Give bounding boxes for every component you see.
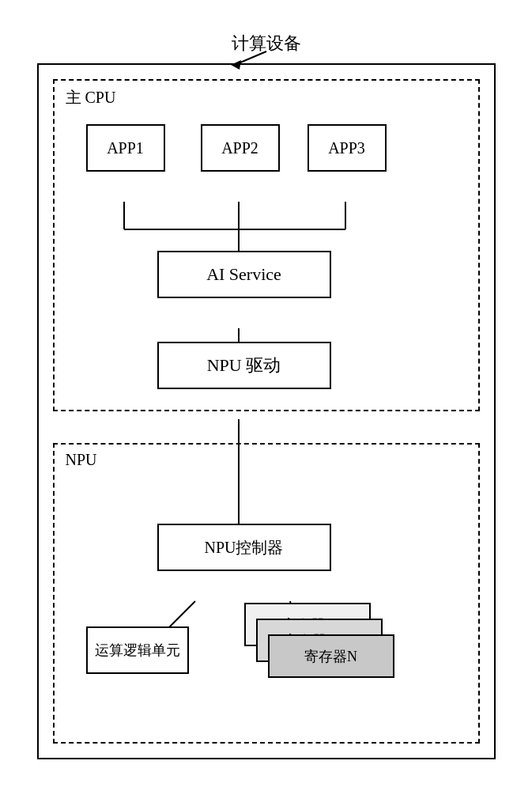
- logic-unit-box: 运算逻辑单元: [86, 626, 189, 674]
- npu-driver-box: NPU 驱动: [157, 342, 331, 389]
- app3-box: APP3: [308, 124, 387, 172]
- npu-driver-label: NPU 驱动: [207, 354, 281, 377]
- app2-box: APP2: [201, 124, 280, 172]
- npu-label: NPU: [66, 451, 97, 469]
- logic-label: 运算逻辑单元: [95, 641, 180, 660]
- reg3-label: 寄存器N: [304, 647, 357, 666]
- npu-controller-box: NPU控制器: [157, 524, 331, 571]
- ai-service-box: AI Service: [157, 251, 331, 298]
- register3-box: 寄存器N: [268, 634, 394, 678]
- cpu-label: 主 CPU: [66, 87, 116, 108]
- computing-device-label: 计算设备: [227, 32, 306, 55]
- app3-label: APP3: [328, 139, 365, 157]
- app2-label: APP2: [221, 139, 258, 157]
- ai-service-label: AI Service: [206, 264, 281, 285]
- npu-section-box: NPU NPU控制器 运算逻辑单元 寄存器1 寄存器2...... 寄存器N: [53, 443, 480, 744]
- cpu-section-box: 主 CPU APP1 APP2 APP3 AI Service NPU 驱动: [53, 79, 480, 411]
- app1-label: APP1: [107, 139, 144, 157]
- npu-ctrl-label: NPU控制器: [204, 537, 283, 558]
- app1-box: APP1: [86, 124, 165, 172]
